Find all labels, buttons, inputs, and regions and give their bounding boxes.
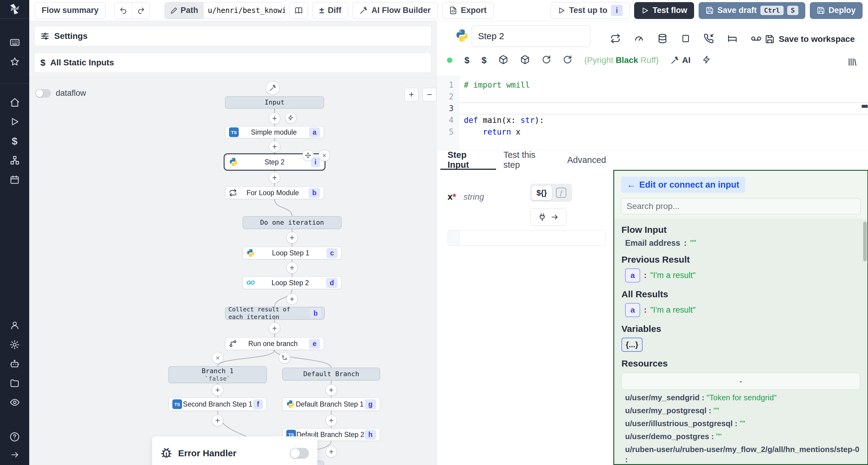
connect-input-button[interactable]: [530, 208, 566, 226]
resource-row[interactable]: u/user/demo_postgres : "": [625, 431, 860, 441]
node-simple-module[interactable]: TS Simple module a: [225, 126, 324, 138]
tab-advanced[interactable]: Advanced: [560, 150, 613, 170]
tab-test-this-step[interactable]: Test this step: [496, 150, 560, 170]
add-step-button[interactable]: +: [326, 415, 337, 426]
path-value[interactable]: u/henri/best_knowi: [204, 2, 284, 19]
add-step-button[interactable]: +: [326, 446, 337, 458]
move-step-button[interactable]: [302, 150, 314, 161]
remove-branch-button[interactable]: [212, 352, 223, 364]
add-step-button[interactable]: +: [286, 232, 298, 243]
save-to-workspace-button[interactable]: Save to workspace: [765, 34, 855, 44]
trigger-button[interactable]: [285, 112, 297, 124]
sidebar-item-user[interactable]: [0, 315, 29, 335]
sleep-button[interactable]: [727, 33, 738, 45]
node-input[interactable]: Input: [225, 96, 324, 108]
node-loop-step-1[interactable]: Loop Step 1 c: [243, 247, 341, 259]
path-edit-button[interactable]: Path: [165, 2, 204, 19]
add-branch-button[interactable]: [279, 352, 290, 364]
undo-button[interactable]: [115, 2, 132, 19]
sidebar-item-home[interactable]: [0, 93, 29, 112]
export-button[interactable]: Export: [442, 2, 494, 19]
sidebar-item-favorites[interactable]: [0, 52, 29, 71]
add-step-button[interactable]: +: [269, 323, 280, 334]
sidebar-item-folders[interactable]: [0, 373, 29, 393]
sidebar-item-workers[interactable]: [0, 354, 29, 373]
deploy-button[interactable]: Deploy: [810, 2, 863, 19]
node-loop-step-2[interactable]: GO Loop Step 2 d: [243, 276, 341, 289]
dataflow-toggle[interactable]: [35, 89, 51, 98]
cache-button[interactable]: [657, 33, 668, 45]
flow-summary-button[interactable]: Flow summary: [35, 2, 105, 19]
reload-button[interactable]: [542, 55, 551, 65]
step-id-chip[interactable]: a: [625, 268, 640, 283]
sidebar-item-settings[interactable]: [0, 335, 29, 354]
variables-expand-chip[interactable]: {...}: [621, 338, 643, 352]
delete-step-button[interactable]: [318, 150, 330, 161]
node-branch-1[interactable]: Branch 1 `false`: [168, 366, 267, 383]
all-static-inputs-card[interactable]: $ All Static Inputs: [34, 53, 432, 73]
package-button[interactable]: [498, 55, 508, 66]
resource-row[interactable]: u/user/my_sendgrid : "Token for sendgrid…: [625, 392, 860, 403]
mock-button[interactable]: [681, 34, 690, 44]
sidebar-item-variables[interactable]: $: [0, 131, 29, 151]
node-default-branch-step-1[interactable]: Default Branch Step 1 g: [282, 398, 380, 411]
add-step-button[interactable]: +: [286, 293, 298, 305]
step-id-chip[interactable]: a: [625, 303, 640, 317]
sidebar-item-schedules[interactable]: [0, 170, 29, 189]
search-prop-input[interactable]: [621, 198, 861, 214]
retries-button[interactable]: [751, 33, 762, 45]
node-do-one-iteration[interactable]: Do one iteration: [243, 216, 341, 229]
test-flow-button[interactable]: Test flow: [634, 2, 694, 19]
sidebar-item-apps[interactable]: [0, 33, 29, 52]
windmill-logo[interactable]: [0, 0, 29, 18]
ai-suggest-button[interactable]: [266, 81, 280, 95]
save-draft-button[interactable]: Save draftCtrlS: [699, 2, 805, 19]
add-step-button[interactable]: +: [326, 384, 337, 396]
resource-row[interactable]: u/user/illustrious_postgresql : "": [625, 418, 860, 429]
ai-assistant-button[interactable]: AI: [671, 56, 690, 65]
add-step-button[interactable]: +: [212, 415, 223, 426]
schema-book-button[interactable]: [289, 2, 308, 19]
error-handler-toggle[interactable]: [290, 448, 309, 459]
javascript-mode-button[interactable]: f: [552, 185, 570, 200]
sidebar-item-runs[interactable]: [0, 112, 29, 131]
flow-input-row[interactable]: Email address : "": [625, 238, 860, 248]
sidebar-collapse-button[interactable]: [0, 446, 29, 463]
variables-picker-button[interactable]: $: [464, 55, 470, 65]
sidebar-item-audit-logs[interactable]: [0, 393, 29, 412]
code-editor[interactable]: 1# import wmill 2 3 4def main(x: str): 5…: [437, 75, 868, 150]
resources-picker-button[interactable]: $: [482, 55, 487, 65]
add-step-button[interactable]: +: [269, 172, 280, 184]
all-results-row[interactable]: a : "I'm a result": [625, 303, 860, 317]
package-button-2[interactable]: [520, 55, 530, 66]
step-name-input[interactable]: [472, 25, 590, 47]
argument-value-editor[interactable]: [447, 230, 606, 246]
diff-button[interactable]: ±Diff: [313, 2, 348, 19]
reload-button-2[interactable]: [563, 55, 572, 65]
node-for-loop[interactable]: For Loop Module b: [225, 187, 324, 199]
resource-row[interactable]: u/user/my_postgresql : "": [625, 405, 860, 416]
ai-flow-builder-button[interactable]: AI Flow Builder: [352, 2, 438, 19]
sidebar-item-resources[interactable]: [0, 151, 29, 170]
suspend-button[interactable]: [704, 33, 714, 45]
edit-or-connect-back-button[interactable]: ← Edit or connect an input: [621, 177, 745, 193]
scrollbar-thumb[interactable]: [863, 222, 867, 261]
previous-result-row[interactable]: a : "I'm a result": [625, 268, 860, 283]
zoom-out-button[interactable]: −: [423, 88, 436, 101]
instant-preview-button[interactable]: [703, 56, 711, 65]
add-step-button[interactable]: +: [269, 113, 280, 124]
node-collect-result[interactable]: Collect result of each iteration b: [225, 307, 324, 320]
resource-row[interactable]: u/ruben-user/u/ruben-user/my_flow_2/g/al…: [625, 444, 860, 464]
redo-button[interactable]: [132, 2, 150, 19]
library-button[interactable]: [847, 57, 857, 68]
zoom-in-button[interactable]: +: [404, 88, 418, 101]
add-step-button[interactable]: +: [212, 384, 223, 396]
settings-card[interactable]: Settings: [34, 26, 432, 46]
node-second-branch-step-1[interactable]: TS Second Branch Step 1 f: [168, 398, 267, 411]
add-step-button[interactable]: +: [286, 262, 298, 273]
test-up-to-button[interactable]: Test up toi: [551, 2, 629, 19]
node-run-one-branch[interactable]: Run one branch e: [225, 337, 324, 350]
resources-filter-select[interactable]: -: [621, 373, 860, 390]
add-step-button[interactable]: +: [269, 141, 280, 153]
tab-step-input[interactable]: Step Input: [440, 150, 496, 170]
